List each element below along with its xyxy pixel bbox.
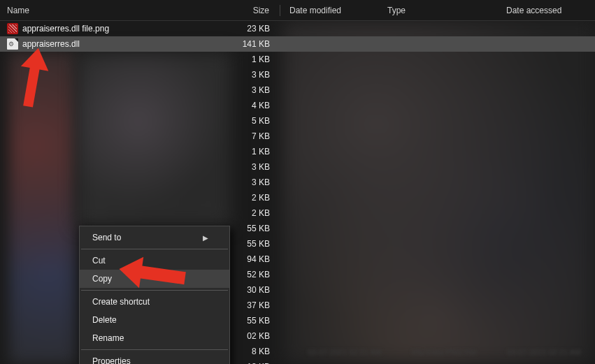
file-size-cell: 3 KB <box>229 159 282 175</box>
file-size-cell: 94 KB <box>229 252 282 267</box>
file-size-cell: 141 KB <box>229 39 282 49</box>
menu-item-label: Rename <box>92 333 124 343</box>
file-size-cell: 3 KB <box>229 82 282 98</box>
file-list-blurred-mid <box>77 52 231 226</box>
file-size-cell: 7 KB <box>229 129 282 144</box>
column-header-row: Name Size Date modified Type Date access… <box>0 0 595 21</box>
file-size-cell: 37 KB <box>229 298 282 313</box>
file-size-cell: 1 KB <box>229 144 282 159</box>
menu-item-label: Copy <box>92 274 112 284</box>
png-file-icon <box>7 23 18 34</box>
file-name-cell: appraiserres.dll <box>22 39 229 49</box>
table-row[interactable]: appraiserres.dll 141 KB <box>0 36 595 52</box>
file-size-cell: 3 KB <box>229 175 282 190</box>
menu-separator <box>81 249 228 249</box>
footer-date-left: 03-07-2021 02:21 AM <box>308 348 382 361</box>
menu-item-send-to[interactable]: Send to ▶ <box>80 228 229 247</box>
file-size-cell: 55 KB <box>229 221 282 236</box>
menu-item-label: Delete <box>92 315 117 325</box>
column-header-size[interactable]: Size <box>229 0 282 20</box>
menu-item-rename[interactable]: Rename <box>80 329 229 347</box>
column-header-date-accessed[interactable]: Date accessed <box>499 0 595 20</box>
menu-item-label: Properties <box>92 356 131 364</box>
file-size-cell: 52 KB <box>229 267 282 282</box>
file-size-cell: 18 KB <box>229 359 282 364</box>
menu-separator <box>81 290 228 291</box>
file-size-cell: 2 KB <box>229 190 282 205</box>
file-list: appraiserres.dll file.png 23 KB appraise… <box>0 21 595 52</box>
menu-item-label: Send to <box>92 233 121 242</box>
menu-separator <box>81 349 228 350</box>
menu-item-properties[interactable]: Properties <box>80 352 229 364</box>
menu-item-label: Cut <box>92 256 106 265</box>
file-size-cell: 8 KB <box>229 344 282 359</box>
menu-item-cut[interactable]: Cut <box>80 252 229 270</box>
footer-date-right: 03-07-2021 02:21 AM <box>507 348 581 361</box>
column-header-name[interactable]: Name <box>0 0 229 20</box>
menu-item-label: Create shortcut <box>92 297 150 307</box>
file-size-cell: 23 KB <box>229 24 282 34</box>
file-size-cell: 30 KB <box>229 282 282 298</box>
file-name-cell: appraiserres.dll file.png <box>22 24 229 34</box>
footer-type: IrfanView PNG File <box>412 348 477 361</box>
chevron-right-icon: ▶ <box>203 234 208 242</box>
file-size-cell: 55 KB <box>229 236 282 252</box>
file-size-cell: 1 KB <box>229 52 282 67</box>
menu-item-delete[interactable]: Delete <box>80 311 229 329</box>
blurred-sizes-column: 1 KB 3 KB 3 KB 4 KB 5 KB 7 KB 1 KB 3 KB … <box>229 52 282 364</box>
file-size-cell: 5 KB <box>229 113 282 129</box>
column-header-date-modified[interactable]: Date modified <box>282 0 380 20</box>
table-row[interactable]: appraiserres.dll file.png 23 KB <box>0 21 595 36</box>
dll-file-icon <box>7 38 18 50</box>
file-size-cell: 3 KB <box>229 67 282 82</box>
context-menu: Send to ▶ Cut Copy Create shortcut Delet… <box>79 226 230 364</box>
file-size-cell: 4 KB <box>229 98 282 113</box>
file-size-cell: 55 KB <box>229 313 282 328</box>
menu-item-create-shortcut[interactable]: Create shortcut <box>80 293 229 311</box>
file-list-blurred-left <box>9 52 76 364</box>
file-size-cell: 2 KB <box>229 205 282 221</box>
menu-item-copy[interactable]: Copy <box>80 270 229 288</box>
details-pane-blurred <box>282 21 595 364</box>
status-bar-blurred: 03-07-2021 02:21 AM IrfanView PNG File 0… <box>308 348 581 361</box>
column-header-type[interactable]: Type <box>380 0 499 20</box>
file-size-cell: 02 KB <box>229 328 282 344</box>
